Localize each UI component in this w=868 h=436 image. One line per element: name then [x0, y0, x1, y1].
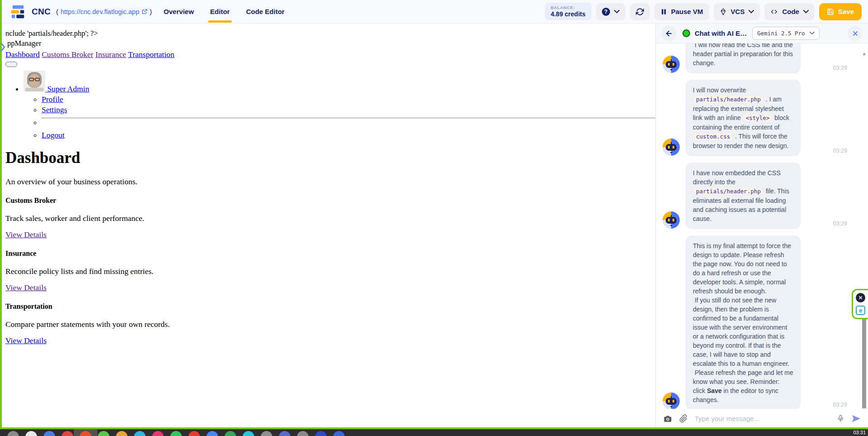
chevron-down-icon: [803, 10, 809, 14]
save-button[interactable]: Save: [819, 3, 862, 20]
topbar: CNC ( https://cnc.dev.flatlogic.app ) Ov…: [2, 0, 868, 24]
chat-bubble: I have now embedded the CSS directly int…: [686, 163, 801, 229]
page-title: Dashboard: [5, 149, 655, 167]
close-icon: [858, 296, 863, 300]
external-link-icon: [142, 9, 148, 14]
chat-input-bar: [656, 409, 868, 428]
inline-code-chip: partials/header.php: [694, 96, 763, 103]
view-details-link[interactable]: View Details: [5, 283, 47, 292]
view-details-link[interactable]: View Details: [5, 230, 47, 239]
taskbar-app-icon[interactable]: [152, 431, 164, 436]
taskbar: 03:31: [0, 429, 868, 436]
pause-vm-label: Pause VM: [671, 8, 703, 15]
chat-back-button[interactable]: [661, 26, 676, 41]
chevron-down-icon: [614, 10, 620, 14]
user-menu-item: Super Admin Profile Settings Logout: [24, 71, 655, 140]
online-status-dot: [682, 29, 690, 37]
scrollbar-thumb[interactable]: [862, 312, 866, 408]
taskbar-app-icon[interactable]: [315, 431, 327, 436]
url-text: https://cnc.dev.flatlogic.app: [61, 8, 139, 15]
attach-file-button[interactable]: [679, 414, 688, 423]
taskbar-app-icon[interactable]: [243, 431, 254, 436]
menu-divider: [42, 118, 655, 118]
widget-close-button[interactable]: [856, 293, 865, 302]
chat-close-button[interactable]: [848, 26, 863, 41]
settings-link[interactable]: Settings: [42, 105, 67, 114]
send-message-button[interactable]: [851, 414, 861, 423]
model-select[interactable]: Gemini 2.5 Pro: [752, 27, 819, 40]
nav-link-customs-broker[interactable]: Customs Broker: [42, 50, 93, 59]
message-timestamp: 03:29: [833, 65, 847, 73]
taskbar-app-icon[interactable]: [279, 431, 291, 436]
collapsed-menu-button[interactable]: [5, 62, 17, 67]
tab-editor[interactable]: Editor: [210, 0, 229, 24]
scroll-down-arrow-icon[interactable]: ▼: [861, 403, 867, 407]
message-timestamp: 03:29: [833, 402, 847, 409]
super-admin-link[interactable]: Super Admin: [45, 84, 89, 93]
topbar-actions: BALANCE: 4.89 credits ? Pause VM: [545, 3, 862, 20]
taskbar-app-icon[interactable]: [98, 431, 110, 436]
chat-message-input[interactable]: [695, 415, 830, 422]
scroll-up-arrow-icon[interactable]: ▲: [861, 52, 867, 56]
app-manager-text: ppManager: [5, 39, 655, 48]
url-paren-close: ): [150, 8, 152, 15]
extension-icon[interactable]: e: [856, 306, 865, 315]
taskbar-app-icon[interactable]: [188, 431, 200, 436]
code-label: Code: [782, 8, 799, 15]
taskbar-app-icon[interactable]: [62, 431, 73, 436]
taskbar-app-icon[interactable]: [333, 431, 345, 436]
taskbar-app-icon[interactable]: [43, 431, 55, 436]
message-timestamp: 03:29: [833, 148, 847, 156]
chat-title: Chat with AI E…: [695, 29, 747, 37]
taskbar-app-icon[interactable]: [224, 431, 236, 436]
taskbar-app-icon[interactable]: [206, 431, 218, 436]
arrow-left-icon: [665, 29, 673, 38]
chat-message: I will now overwrite partials/header.php…: [662, 80, 847, 156]
taskbar-app-icon[interactable]: [170, 431, 182, 436]
chat-message: This is my final attempt to force the de…: [662, 235, 847, 409]
taskbar-app-icon[interactable]: [7, 431, 19, 436]
tab-overview[interactable]: Overview: [164, 0, 194, 24]
refresh-button[interactable]: [630, 3, 650, 20]
taskbar-app-icon[interactable]: [297, 431, 309, 436]
help-menu-button[interactable]: ?: [596, 3, 625, 20]
logout-link[interactable]: Logout: [42, 130, 65, 139]
screen: CNC ( https://cnc.dev.flatlogic.app ) Ov…: [0, 0, 868, 436]
panel-expand-icon[interactable]: [0, 42, 6, 52]
balance-value: 4.89 credits: [551, 10, 586, 19]
section-description: Compare partner statements with your own…: [5, 320, 655, 329]
chat-bubble: I will now read the CSS file and the hea…: [686, 43, 801, 73]
vcs-button[interactable]: VCS: [714, 3, 760, 20]
project-url: ( https://cnc.dev.flatlogic.app ): [56, 8, 152, 15]
tab-code-editor[interactable]: Code Editor: [246, 0, 285, 24]
voice-input-button[interactable]: [837, 414, 844, 423]
leaked-php-code-line: nclude 'partials/header.php'; ?>: [5, 29, 655, 38]
nav-link-dashboard[interactable]: Dashboard: [5, 50, 40, 59]
ai-robot-avatar-icon: [662, 211, 680, 229]
help-icon: ?: [602, 8, 610, 16]
project-url-link[interactable]: https://cnc.dev.flatlogic.app: [61, 8, 148, 15]
chat-bubble: I will now overwrite partials/header.php…: [686, 80, 801, 156]
bold-text: Save: [707, 387, 722, 394]
section-title: Transportation: [5, 302, 655, 311]
section-description: Track sales, worker and client performan…: [5, 214, 655, 223]
topbar-tabs: OverviewEditorCode Editor: [164, 0, 285, 24]
profile-link[interactable]: Profile: [42, 95, 63, 104]
code-button[interactable]: Code: [764, 3, 815, 20]
screenshot-button[interactable]: [663, 414, 672, 423]
taskbar-app-icon[interactable]: [261, 431, 272, 436]
nav-link-transportation[interactable]: Transportation: [128, 50, 174, 59]
ai-chat-panel: Chat with AI E… Gemini 2.5 Pro I will no…: [655, 24, 868, 428]
model-select-value: Gemini 2.5 Pro: [757, 30, 805, 37]
url-paren-open: (: [56, 8, 58, 15]
nav-link-insurance[interactable]: Insurance: [95, 50, 126, 59]
taskbar-app-icon[interactable]: [25, 431, 37, 436]
taskbar-app-icon[interactable]: [116, 431, 128, 436]
chat-message: I will now read the CSS file and the hea…: [662, 43, 847, 73]
taskbar-app-icon[interactable]: [134, 431, 146, 436]
refresh-icon: [636, 8, 644, 16]
view-details-link[interactable]: View Details: [5, 336, 47, 345]
chat-scrollbar[interactable]: ▲ ▼: [861, 43, 867, 408]
preview-nav-links: Dashboard Customs Broker Insurance Trans…: [5, 50, 655, 59]
pause-vm-button[interactable]: Pause VM: [654, 3, 709, 20]
